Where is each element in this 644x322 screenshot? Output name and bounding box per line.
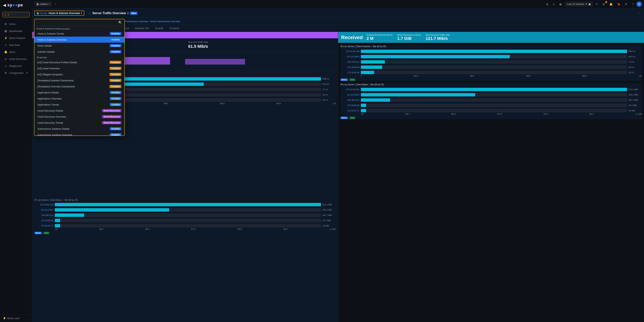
chart2-footer: Metric 15m [34, 232, 336, 234]
dropdown-item-asset-disc-trends[interactable]: Asset Discovery Trends Asset Discovery [34, 120, 124, 126]
time-range-selector[interactable]: Last 15 minutes ✕ ◼ [565, 2, 593, 6]
received-chart2-footer: Metric 15m [340, 117, 642, 119]
dropdown-item-hosts-overview[interactable]: Hosts & Subnets Overview Visibility [34, 37, 124, 43]
dropdown-item-apps-trends[interactable]: Applications Trends Visibility [34, 102, 124, 108]
bar-container [361, 93, 627, 96]
close-icon[interactable]: ✕ [586, 3, 588, 5]
bar-label: 192.168.10.2 [340, 61, 359, 63]
max-received-value: 121.7 Mib/s [426, 36, 450, 41]
alert-banner[interactable]: ⚠ 2 [2, 12, 30, 17]
bar-row: 172.16.60.26 19.7 MiB [34, 219, 336, 222]
filter-tab-as-name[interactable]: AS Name [167, 26, 182, 30]
whats-new-label: What's new? [7, 317, 20, 320]
dropdown-item-hosts-trends[interactable]: Hosts & Subnets Trends Visibility [34, 30, 124, 37]
bar-fill [55, 208, 169, 212]
dropdown-item-az-asset-profiles[interactable]: [AZ] Asset Discovery Profiles Details Te… [34, 59, 124, 65]
dropdown-item-auto-sys-overview[interactable]: Autonomous Systems Overview Visibility [34, 132, 124, 136]
dropdown-item-asset-disc-details[interactable]: Asset Discovery Details Asset Discovery [34, 108, 124, 114]
bar-label: 172.16.41.71 [34, 225, 53, 227]
chart2-axis: 0 B190.7381.5572.2762.9953.71.1 GiB [34, 228, 336, 230]
dropdown-item-subnets-details[interactable]: Subnets Details Visibility [34, 49, 124, 55]
dropdown-item-apps-details[interactable]: Applications Details Visibility [34, 89, 124, 96]
bookmark-icon[interactable]: 🔖 [616, 2, 622, 6]
tab-chevron-icon: ▾ [49, 3, 50, 5]
dropdown-item-auto-sys-details[interactable]: Autonomous Systems Details Visibility [34, 126, 124, 132]
bytes-received-label: Bytes Received as Server [397, 34, 421, 36]
sidebar-item-asset-discovery[interactable]: ◎ Asset Discovery [1, 55, 31, 62]
max-sent-value: 61.5 Mib/s [188, 44, 335, 49]
item-tag: Visibility [110, 97, 121, 100]
sidebar-item-raw-data[interactable]: ≡ Raw Data [1, 41, 31, 48]
settings-icon[interactable]: ⚙ [624, 2, 629, 6]
related-server-performance[interactable]: Server Performance Overview [150, 20, 180, 23]
item-tag: Visibility [110, 91, 121, 94]
bell-icon[interactable]: 🔔 [608, 2, 614, 6]
sidebar-item-home[interactable]: ⊞ Home [1, 20, 31, 27]
filter-tab-business-unit[interactable]: Business Unit [133, 26, 152, 30]
logo-text: sy●●pe [7, 3, 23, 7]
bar-container [361, 109, 627, 112]
sidebar-item-configuration[interactable]: ⚙ Configuration ▾ [1, 69, 31, 76]
filter-icon[interactable]: ⧖ [552, 2, 556, 6]
dropdown-item-az-widgets[interactable]: [AZ] Widgets templates Template [34, 71, 124, 77]
related-section-label: Hosts & Subnets (related groups) [34, 26, 124, 30]
bar-value: 788.5 k [628, 50, 642, 52]
dropdown-item-asset-disc-overview[interactable]: Asset Discovery Overview Asset Discovery [34, 114, 124, 120]
bar-value: 393.2 MiB [322, 209, 336, 211]
dropdown-item-az-asset-overview[interactable]: [AZ] Asset Overview Template [34, 65, 124, 71]
whats-new-button[interactable]: 💡 What's new? [0, 315, 32, 322]
dashboard-icon[interactable]: ⊞ [544, 2, 550, 6]
group-selector[interactable]: ▦ Group: Hosts & Subnets Overview ℹ [34, 10, 84, 16]
bar-container [55, 213, 321, 217]
received-chart1-bars: 172.16.95.224 788.5 k 52.112.239.9 [340, 50, 642, 74]
sidebar-item-alerts[interactable]: 🔔 Alerts [1, 48, 31, 55]
sidebar-item-label: Quick Analysis [9, 37, 25, 39]
dropdown-item-templates-overview[interactable]: [Templates] Overview Dashboards Template [34, 83, 124, 89]
bar-label: 192.168.10.2 [340, 99, 359, 101]
star-icon[interactable]: ☆ [88, 12, 91, 15]
item-tag: Visibility [110, 103, 121, 106]
bar-row: 172.16.60.44 42.9 k [340, 71, 642, 74]
user-avatar[interactable]: A [636, 1, 642, 7]
refresh-icon[interactable]: ↻ [594, 2, 600, 6]
received-charts: IPs as Server | Client Packets – Bar [M … [338, 43, 644, 322]
sidebar-item-label: Dashboards [9, 30, 22, 32]
item-tag: Asset Discovery [102, 109, 121, 112]
sidebar-item-playground[interactable]: ◇ Playground [1, 62, 31, 69]
bookmark-icon: ◼ [588, 3, 591, 5]
item-name: Hosts & Subnets Trends [38, 32, 64, 35]
item-name: Applications Overview [38, 97, 62, 100]
sidebar-item-label: Home [9, 23, 16, 25]
bar-value: 64.5 k [628, 66, 642, 68]
bar-value: 442.8 k [628, 55, 642, 58]
bar-container [55, 224, 321, 227]
add-tab-button[interactable]: + [53, 2, 58, 6]
sidebar-item-label: Playground [9, 65, 22, 67]
item-name: [Templates] Detailed Dashboards [38, 79, 74, 82]
sidebar-item-dashboards[interactable]: ▦ Dashboards [1, 27, 31, 34]
received-chart1: IPs as Server | Client Packets – Bar [M … [340, 45, 642, 81]
search-input[interactable] [37, 21, 117, 24]
dropdown-item-apps-overview[interactable]: Applications Overview Visibility [34, 96, 124, 102]
sidebar-item-quick-analysis[interactable]: ⚡ Quick Analysis [1, 34, 31, 41]
notification-button[interactable]: ⊞ 1 [601, 2, 606, 6]
dropdown-item-templates-detailed[interactable]: [Templates] Detailed Dashboards Template [34, 77, 124, 83]
filter-tab-severity[interactable]: Severity [153, 26, 166, 30]
max-received-label: Max Received Traffic Rate [426, 34, 450, 36]
bar-row: 172.16.41.71 18 MiB [34, 224, 336, 227]
packets-received-label: Packets Received as Server [366, 34, 392, 36]
dropdown-item-hosts-details[interactable]: Hosts Details Visibility [34, 43, 124, 49]
grid-icon: ▦ [37, 12, 39, 14]
help-icon[interactable]: ? [630, 2, 635, 6]
tab-netflow[interactable]: ▦ netflow ▾ [34, 2, 52, 6]
item-name: Hosts & Subnets Overview [38, 38, 67, 41]
item-tag: Visibility [110, 133, 121, 136]
bar-fill [361, 93, 475, 96]
received-chart2: IPs as Server | Client Bytes – Bar [M by… [340, 83, 642, 119]
source-icon[interactable]: ▦ [558, 2, 563, 6]
topbar: ▦ netflow ▾ + ⊞ ⧖ ▦ Last 15 minutes ✕ ◼ … [32, 0, 644, 8]
info-icon: ℹ [128, 11, 128, 15]
more-options-icon[interactable]: ⋮ [636, 11, 642, 15]
bar-fill [361, 98, 390, 102]
bar-label: 172.16.95.224 [340, 88, 359, 91]
